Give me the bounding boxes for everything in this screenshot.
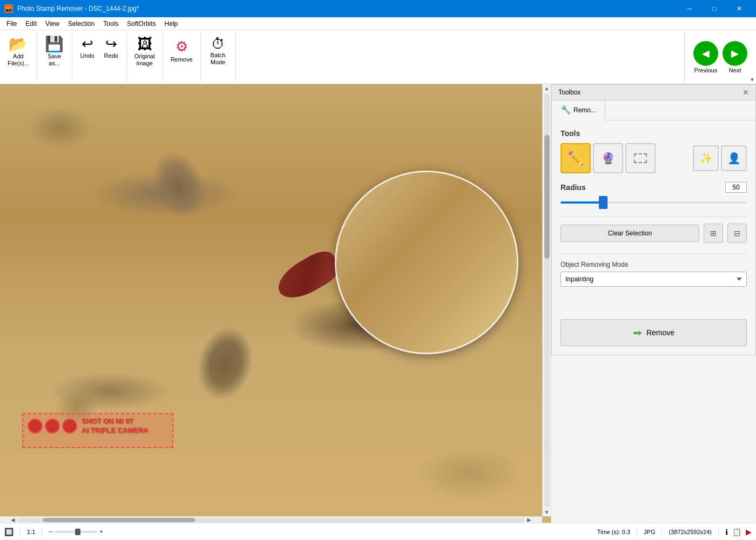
minimize-button[interactable]: ─ — [677, 0, 702, 17]
ribbon: 📂 AddFile(s)... 💾 Saveas... ↩ Undo ↪ Red… — [0, 30, 756, 84]
remove-ribbon-label: Remove — [171, 56, 193, 63]
tools-row: ✏️ 🔮 ✨ — [561, 143, 747, 173]
wand-icon: ✨ — [699, 152, 713, 165]
scroll-track[interactable] — [17, 518, 525, 522]
v-scroll-thumb[interactable] — [544, 135, 550, 259]
scroll-down-arrow[interactable]: ▼ — [544, 509, 550, 515]
horizontal-scrollbar[interactable]: ◀ ▶ — [0, 516, 542, 523]
copy-icon[interactable]: 📋 — [732, 528, 741, 536]
stamp-circle-3 — [62, 418, 77, 434]
app-icon: 📷 — [4, 4, 13, 13]
add-files-label: AddFile(s)... — [8, 53, 29, 67]
original-image-label: OriginalImage — [134, 53, 155, 67]
zoom-minus-icon[interactable]: ─ — [49, 529, 52, 535]
menu-help[interactable]: Help — [160, 17, 183, 30]
menu-edit[interactable]: Edit — [21, 17, 41, 30]
next-label: Next — [729, 67, 741, 73]
scroll-left-arrow[interactable]: ◀ — [9, 517, 17, 523]
canvas-area[interactable]: SHOT ON MI 9T AI TRIPLE CAMERA ◀ ▶ ▲ ▼ — [0, 84, 551, 523]
toolbox: Toolbox ✕ 🔧 Remo... Tools ✏️ — [551, 84, 756, 355]
brush-tool-button[interactable]: ✏️ — [561, 143, 591, 173]
ribbon-arrow: ▼ — [750, 77, 755, 83]
undo-button[interactable]: ↩ Undo — [77, 35, 98, 78]
status-format: JPG — [644, 529, 655, 535]
batch-mode-button[interactable]: ⏱ BatchMode — [205, 35, 231, 68]
clear-selection-button[interactable]: Clear Selection — [561, 225, 699, 242]
yt-icon[interactable]: ▶ — [746, 528, 752, 536]
vertical-scrollbar[interactable]: ▲ ▼ — [542, 84, 551, 516]
radius-section: Radius 50 — [561, 182, 747, 208]
rect-select-icon — [634, 153, 647, 163]
close-button[interactable]: ✕ — [727, 0, 752, 17]
zoom-slider-container[interactable]: ─ + — [49, 529, 103, 535]
zoom-thumb[interactable] — [75, 529, 80, 535]
toolbox-title: Toolbox — [558, 89, 580, 96]
menu-bar: File Edit View Selection Tools SoftOrbit… — [0, 17, 756, 30]
remove-button[interactable]: ➡ Remove — [561, 319, 747, 346]
mode-select[interactable]: Inpainting Moving Average Clone Stamp — [561, 272, 747, 287]
original-image-icon: 🖼 — [137, 37, 152, 52]
save-as-button[interactable]: 💾 Saveas... — [42, 35, 68, 69]
radius-header: Radius 50 — [561, 182, 747, 193]
status-view-icon[interactable]: 🔲 — [4, 528, 14, 536]
sand-detail-3 — [415, 447, 523, 501]
info-icon[interactable]: ℹ — [725, 528, 728, 536]
menu-view[interactable]: View — [41, 17, 64, 30]
redo-label: Redo — [104, 52, 118, 59]
rect-select-tool-button[interactable] — [625, 143, 656, 173]
expand-button[interactable]: ⊞ — [704, 224, 723, 243]
remove-ribbon-button[interactable]: ⚙ Remove — [167, 35, 196, 67]
add-files-icon: 📂 — [9, 37, 28, 52]
canvas-image: SHOT ON MI 9T AI TRIPLE CAMERA — [0, 84, 551, 523]
next-button[interactable]: ▶ — [723, 41, 747, 66]
save-icon: 💾 — [45, 37, 64, 52]
v-scroll-track[interactable] — [544, 93, 550, 507]
radius-slider-thumb[interactable] — [599, 196, 608, 209]
redo-button[interactable]: ↪ Redo — [100, 35, 122, 78]
stamp-tool-button[interactable]: 👤 — [721, 145, 747, 171]
radius-slider-track[interactable] — [561, 201, 747, 204]
radius-slider-container[interactable] — [561, 197, 747, 208]
menu-selection[interactable]: Selection — [64, 17, 99, 30]
save-as-label: Saveas... — [48, 53, 61, 67]
original-image-button[interactable]: 🖼 OriginalImage — [131, 35, 158, 69]
ribbon-group-undoredo: ↩ Undo ↪ Redo — [72, 32, 127, 82]
menu-tools[interactable]: Tools — [99, 17, 123, 30]
eraser-tool-button[interactable]: 🔮 — [593, 143, 623, 173]
mode-section: Object Removing Mode Inpainting Moving A… — [561, 261, 747, 287]
ribbon-group-original: 🖼 OriginalImage — [127, 32, 163, 82]
mode-label: Object Removing Mode — [561, 261, 747, 268]
expand-icon: ⊞ — [710, 229, 717, 238]
ribbon-group-remove: ⚙ Remove — [163, 32, 201, 82]
ribbon-group-save: 💾 Saveas... — [37, 32, 72, 82]
remove-button-icon: ➡ — [633, 326, 642, 339]
wand-tool-button[interactable]: ✨ — [693, 145, 719, 171]
maximize-button[interactable]: □ — [702, 0, 727, 17]
brush-icon: ✏️ — [568, 151, 584, 166]
zoom-plus-icon[interactable]: + — [99, 529, 103, 535]
shrink-button[interactable]: ⊟ — [727, 224, 747, 243]
zoom-track[interactable] — [55, 531, 97, 533]
remove-tab-label: Remo... — [573, 106, 596, 114]
toolbox-close-button[interactable]: ✕ — [742, 88, 749, 97]
stamp-circle-1 — [28, 418, 43, 434]
add-files-button[interactable]: 📂 AddFile(s)... — [4, 35, 32, 69]
status-sep-3 — [637, 528, 637, 536]
scroll-right-arrow[interactable]: ▶ — [525, 517, 534, 523]
redo-icon: ↪ — [105, 36, 117, 52]
zoom-label: 1:1 — [27, 529, 35, 535]
remove-button-label: Remove — [646, 328, 674, 337]
toolbox-tab-remove[interactable]: 🔧 Remo... — [552, 100, 605, 120]
previous-button[interactable]: ◀ — [693, 41, 718, 66]
scroll-thumb[interactable] — [43, 518, 195, 522]
scroll-up-arrow[interactable]: ▲ — [544, 85, 550, 91]
stamp-circles — [28, 418, 77, 434]
status-sep-2 — [42, 528, 42, 536]
status-bar-left: 🔲 1:1 ─ + — [4, 528, 103, 536]
stamp-text-line2: AI TRIPLE CAMERA — [82, 426, 148, 435]
previous-label: Previous — [694, 67, 718, 73]
menu-softorbits[interactable]: SoftOrbits — [123, 17, 160, 30]
menu-file[interactable]: File — [2, 17, 21, 30]
remove-ribbon-icon: ⚙ — [176, 38, 188, 55]
batch-mode-icon: ⏱ — [211, 37, 225, 51]
